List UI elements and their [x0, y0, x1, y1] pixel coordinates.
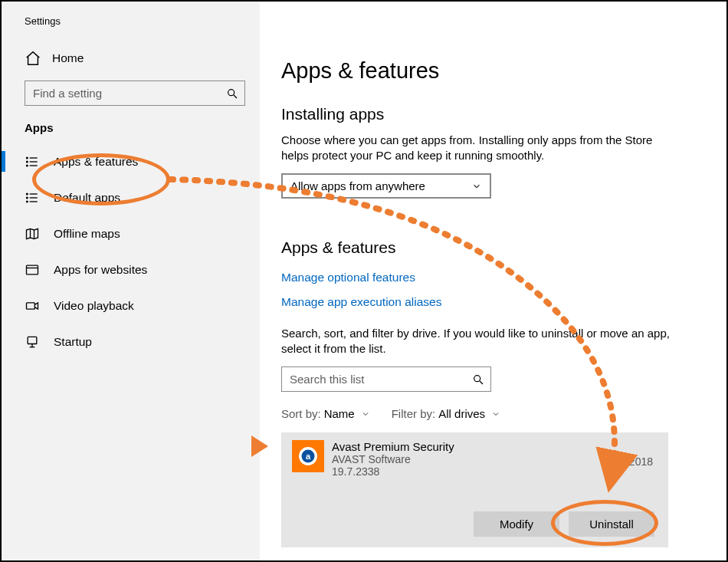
svg-point-15	[27, 201, 28, 202]
install-source-dropdown[interactable]: Allow apps from anywhere	[281, 173, 491, 199]
page-title: Apps & features	[281, 58, 696, 84]
list-icon	[25, 154, 40, 169]
installing-apps-desc: Choose where you can get apps from. Inst…	[281, 133, 680, 163]
manage-app-aliases-link[interactable]: Manage app execution aliases	[281, 295, 441, 309]
svg-text:a: a	[306, 452, 311, 461]
apps-features-heading: Apps & features	[281, 238, 696, 257]
sidebar-item-apps-and-features[interactable]: Apps & features	[2, 143, 260, 179]
home-nav[interactable]: Home	[2, 27, 260, 67]
svg-point-11	[27, 193, 28, 195]
startup-icon	[25, 334, 40, 350]
sort-by-value: Name	[324, 407, 355, 420]
svg-rect-21	[27, 302, 35, 308]
filter-by-control[interactable]: Filter by: All drives	[392, 407, 500, 420]
sidebar-item-offline-maps[interactable]: Offline maps	[2, 215, 260, 251]
svg-rect-19	[27, 265, 38, 274]
app-list-item[interactable]: a Avast Premium Security AVAST Software …	[281, 432, 668, 547]
svg-point-8	[27, 157, 28, 159]
window-title: Settings	[2, 9, 260, 27]
chevron-down-icon	[358, 409, 370, 419]
main-content: Apps & features Installing apps Choose w…	[260, 2, 726, 560]
chevron-down-icon	[488, 409, 500, 419]
svg-point-9	[27, 161, 28, 163]
app-icon: a	[292, 440, 324, 472]
search-icon	[472, 373, 484, 386]
video-icon	[25, 298, 40, 314]
search-icon	[226, 87, 238, 100]
sidebar-item-label: Video playback	[54, 299, 134, 313]
sort-by-control[interactable]: Sort by: Name	[281, 407, 370, 420]
sidebar-item-apps-for-websites[interactable]: Apps for websites	[2, 251, 260, 288]
home-label: Home	[52, 51, 84, 65]
svg-line-1	[234, 95, 237, 98]
sidebar-section-label: Apps	[2, 106, 260, 140]
sidebar-item-video-playback[interactable]: Video playback	[2, 288, 260, 324]
find-setting-search[interactable]	[25, 81, 245, 106]
map-icon	[25, 226, 40, 242]
modify-button[interactable]: Modify	[474, 511, 559, 537]
app-version: 19.7.2338	[332, 465, 454, 478]
svg-point-25	[474, 375, 480, 381]
app-install-date: 0/2018	[620, 455, 653, 468]
filter-by-value: All drives	[438, 407, 485, 420]
sidebar-item-label: Default apps	[54, 191, 120, 205]
sidebar: Settings Home Apps	[2, 2, 260, 560]
sidebar-item-startup[interactable]: Startup	[2, 324, 260, 360]
home-icon	[25, 50, 41, 67]
app-vendor: AVAST Software	[332, 453, 454, 465]
filter-by-label: Filter by:	[392, 407, 436, 420]
install-source-value: Allow apps from anywhere	[290, 179, 425, 192]
apps-list-desc: Search, sort, and filter by drive. If yo…	[281, 326, 680, 356]
sidebar-item-label: Offline maps	[54, 227, 120, 241]
sidebar-item-label: Apps & features	[54, 155, 138, 169]
sidebar-item-label: Startup	[54, 335, 92, 349]
chevron-down-icon	[471, 181, 482, 192]
installing-apps-heading: Installing apps	[281, 105, 696, 123]
svg-line-26	[480, 381, 483, 384]
svg-point-0	[228, 89, 234, 95]
find-setting-input[interactable]	[33, 87, 226, 100]
uninstall-button[interactable]: Uninstall	[569, 511, 654, 537]
sidebar-item-label: Apps for websites	[54, 263, 147, 277]
websites-icon	[25, 262, 40, 278]
app-name: Avast Premium Security	[332, 440, 454, 453]
search-apps-input[interactable]	[290, 373, 472, 386]
svg-rect-22	[28, 337, 37, 343]
search-apps-box[interactable]	[281, 366, 491, 392]
sidebar-nav: Apps & features Default apps	[2, 140, 260, 360]
svg-point-10	[27, 165, 28, 166]
sidebar-item-default-apps[interactable]: Default apps	[2, 179, 260, 215]
manage-optional-features-link[interactable]: Manage optional features	[281, 271, 415, 284]
sort-by-label: Sort by:	[281, 407, 321, 420]
defaults-icon	[25, 190, 40, 205]
svg-point-13	[27, 197, 28, 199]
